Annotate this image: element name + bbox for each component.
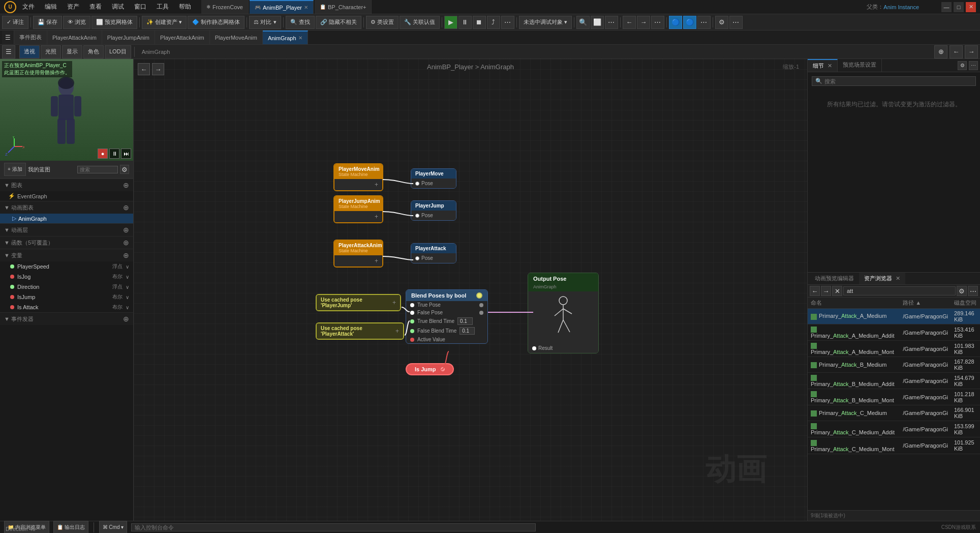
node-output-pose[interactable]: Output Pose AnimGraph Result bbox=[528, 273, 599, 353]
btn-more1[interactable]: ⋯ bbox=[501, 16, 514, 29]
asset-row[interactable]: Primary_Attack_C_Medium_Mont /Game/Parag… bbox=[808, 437, 980, 454]
asset-search-input[interactable] bbox=[843, 286, 956, 295]
btn-asset-settings[interactable]: ⋯ bbox=[968, 286, 978, 296]
tree-anim-graph[interactable]: ▷ AnimGraph bbox=[0, 214, 133, 223]
btn-perspective[interactable]: 透视 bbox=[19, 45, 40, 58]
btn-settings[interactable]: ⚙ bbox=[715, 16, 728, 29]
menu-view[interactable]: 查看 bbox=[87, 2, 104, 12]
node-player-attack-pose[interactable]: PlayerAttack Pose bbox=[411, 243, 456, 263]
btn-debug-target[interactable]: 未选中调试对象 ▾ bbox=[519, 16, 572, 29]
tab-asset-browser[interactable]: 资产浏览器 ✕ bbox=[859, 273, 905, 284]
section-functions[interactable]: ▼ 函数（5可覆盖） ⊕ bbox=[0, 236, 133, 249]
btn-icon1[interactable]: ⬜ bbox=[591, 16, 604, 29]
section-graphs[interactable]: ▼ 图表 ⊕ bbox=[0, 179, 133, 191]
btn-graph-back[interactable]: ← bbox=[138, 63, 150, 75]
btn-add-function[interactable]: ⊕ bbox=[123, 239, 129, 247]
section-anim-layers[interactable]: ▼ 动画层 ⊕ bbox=[0, 223, 133, 236]
btn-forward[interactable]: → bbox=[637, 16, 650, 29]
menu-tools[interactable]: 工具 bbox=[155, 2, 171, 12]
anim-graph-canvas[interactable]: AnimBP_Player > AnimGraph 缩放-1 ← → bbox=[134, 59, 807, 521]
btn-details-settings[interactable]: ⚙ bbox=[958, 61, 967, 70]
btn-bp-settings[interactable]: ⚙ bbox=[120, 165, 129, 174]
cmd-input[interactable] bbox=[131, 523, 536, 531]
btn-more3[interactable]: ⋯ bbox=[651, 16, 664, 29]
tree-event-graph[interactable]: ⚡ EventGraph bbox=[0, 191, 133, 201]
btn-play[interactable]: ▶ bbox=[444, 16, 457, 29]
btn-asset-back[interactable]: ← bbox=[810, 286, 820, 296]
btn-nav-right[interactable]: → bbox=[965, 45, 978, 58]
var-jump-expand[interactable]: ∨ bbox=[126, 294, 129, 300]
btn-more2[interactable]: ⋯ bbox=[605, 16, 618, 29]
btn-vp-next[interactable]: ⏭ bbox=[121, 149, 131, 159]
node-cached-jump-add[interactable]: + bbox=[392, 299, 396, 306]
node-cached-jump[interactable]: Use cached pose 'PlayerJump' + bbox=[316, 294, 401, 311]
btn-pause[interactable]: ⏸ bbox=[458, 16, 472, 29]
section-variables[interactable]: ▼ 变量 ⊕ bbox=[0, 249, 133, 261]
node-pa-add-pin[interactable]: + bbox=[339, 257, 378, 264]
menu-help[interactable]: 帮助 bbox=[177, 2, 193, 12]
btn-view1[interactable]: 🔵 bbox=[669, 16, 682, 29]
asset-row[interactable]: Primary_Attack_B_Medium /Game/ParagonGi … bbox=[808, 357, 980, 373]
btn-output-log[interactable]: 📋 输出日志 bbox=[53, 521, 88, 534]
btn-step[interactable]: ⤴ bbox=[487, 16, 500, 29]
asset-row[interactable]: Primary_Attack_B_Medium_Addit /Game/Para… bbox=[808, 373, 980, 389]
btn-close-details[interactable]: ✕ bbox=[828, 63, 832, 69]
node-blend-poses[interactable]: Blend Poses by bool True Pose False Pose… bbox=[406, 289, 488, 344]
asset-row[interactable]: Primary_Attack_A_Medium /Game/ParagonGi … bbox=[808, 309, 980, 324]
tab-anim-graph[interactable]: AnimGraph ✕ bbox=[263, 31, 308, 44]
btn-browse[interactable]: 👁 浏览 bbox=[63, 16, 90, 29]
btn-add-anim-layer[interactable]: ⊕ bbox=[123, 226, 129, 234]
tab-preview-settings[interactable]: 预览场景设置 bbox=[838, 59, 882, 72]
btn-add-graph[interactable]: ⊕ bbox=[123, 181, 129, 189]
asset-row[interactable]: Primary_Attack_B_Medium_Mont /Game/Parag… bbox=[808, 389, 980, 405]
btn-details-more[interactable]: ⋯ bbox=[969, 61, 978, 70]
tab-anim-bp-player[interactable]: 🎮 AnimBP_Player ✕ bbox=[250, 0, 314, 14]
tab-player-attack1[interactable]: PlayerAttackAnim bbox=[47, 31, 102, 44]
btn-back[interactable]: ← bbox=[623, 16, 636, 29]
node-player-jump-anim[interactable]: PlayerJumpAnim State Machine + bbox=[333, 195, 383, 223]
asset-row[interactable]: Primary_Attack_A_Medium_Addit /Game/Para… bbox=[808, 324, 980, 341]
btn-more5[interactable]: ⋯ bbox=[729, 16, 743, 29]
node-player-attack-anim[interactable]: PlayerAttackAnim State Machine + bbox=[333, 240, 383, 268]
menu-file[interactable]: 文件 bbox=[20, 2, 37, 12]
btn-find[interactable]: 🔍 查找 bbox=[286, 16, 315, 29]
btn-translate[interactable]: ✓ ✓ 译注译注 bbox=[2, 16, 28, 29]
btn-static-mesh[interactable]: 🔷 制作静态网格体 bbox=[188, 16, 244, 29]
menu-asset[interactable]: 资产 bbox=[65, 2, 81, 12]
btn-view2[interactable]: 🔵 bbox=[683, 16, 696, 29]
var-attack-expand[interactable]: ∨ bbox=[126, 305, 129, 310]
node-pm-add-pin[interactable]: + bbox=[339, 181, 378, 188]
btn-vp-pause[interactable]: ⏸ bbox=[109, 149, 119, 159]
tab-anim-graph-close[interactable]: ✕ bbox=[298, 35, 302, 41]
win-minimize[interactable]: — bbox=[941, 2, 952, 12]
var-jog-expand[interactable]: ∨ bbox=[126, 274, 129, 280]
tab-frozen-cove[interactable]: ❄ FrozenCove bbox=[201, 0, 249, 14]
var-speed-expand[interactable]: ∨ bbox=[126, 264, 129, 270]
tab-details[interactable]: 细节 ✕ bbox=[808, 59, 838, 72]
btn-close-asset[interactable]: ✕ bbox=[896, 275, 900, 282]
blueprint-search[interactable] bbox=[77, 166, 118, 173]
win-maximize[interactable]: □ bbox=[954, 2, 964, 12]
btn-defaults[interactable]: 🔧 关联认值 bbox=[400, 16, 440, 29]
parent-value[interactable]: Anim Instance bbox=[883, 4, 919, 10]
tab-player-attack2[interactable]: PlayerAttackAnim bbox=[155, 31, 210, 44]
btn-save[interactable]: 💾 保存 bbox=[33, 16, 62, 29]
btn-cmd[interactable]: ⌘ Cmd ▾ bbox=[99, 521, 128, 534]
btn-asset-forward[interactable]: → bbox=[821, 286, 831, 296]
node-cached-attack[interactable]: Use cached pose 'PlayerAttack' + bbox=[316, 322, 404, 340]
tab-player-jump[interactable]: PlayerJumpAnim bbox=[102, 31, 155, 44]
menu-edit[interactable]: 编辑 bbox=[43, 2, 59, 12]
tab-bp-character[interactable]: 📋 BP_Character+ bbox=[315, 0, 372, 14]
var-dir-expand[interactable]: ∨ bbox=[126, 284, 129, 290]
menu-debug[interactable]: 调试 bbox=[110, 2, 126, 12]
btn-graph-forward[interactable]: → bbox=[152, 63, 164, 75]
btn-stop[interactable]: ⏹ bbox=[473, 16, 486, 29]
tab-anim-bp-close[interactable]: ✕ bbox=[304, 5, 308, 10]
tab-event-graph[interactable]: 事件图表 bbox=[14, 31, 47, 44]
btn-lod[interactable]: LOD目 bbox=[105, 45, 131, 58]
tab-player-move[interactable]: PlayerMoveAnim bbox=[210, 31, 263, 44]
win-close[interactable]: ✕ bbox=[966, 2, 976, 12]
node-player-jump-pose[interactable]: PlayerJump Pose bbox=[411, 200, 456, 221]
var-player-speed[interactable]: PlayerSpeed 浮点 ∨ bbox=[0, 261, 133, 272]
section-event-dispatch[interactable]: ▼ 事件发器 ⊕ bbox=[0, 312, 133, 325]
